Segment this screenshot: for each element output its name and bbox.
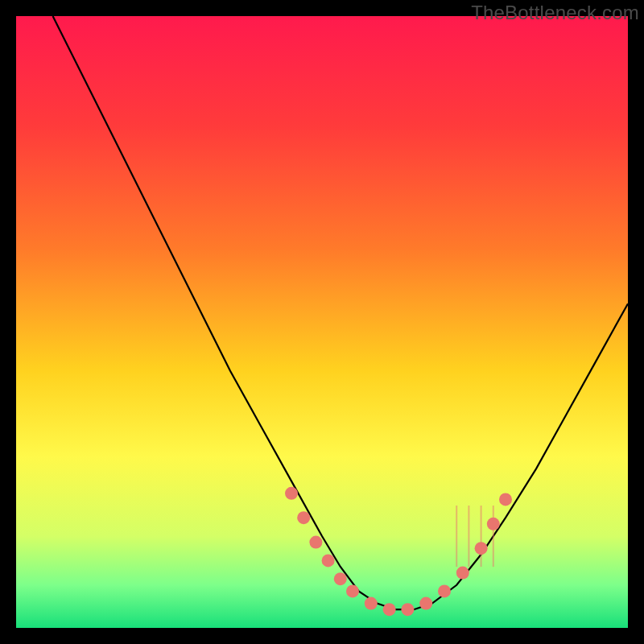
chart-frame — [16, 16, 628, 628]
highlight-dot — [285, 487, 298, 500]
highlight-dot — [346, 584, 359, 597]
highlight-dot — [297, 511, 310, 524]
highlight-dot — [334, 572, 347, 585]
highlight-dot — [401, 603, 414, 616]
highlight-dot — [383, 603, 396, 616]
highlight-dot — [438, 584, 451, 597]
highlight-dot — [456, 567, 469, 580]
watermark-label: TheBottleneck.com — [471, 2, 639, 24]
highlight-dot — [419, 597, 432, 610]
highlight-dot — [309, 536, 322, 549]
bottleneck-curve — [16, 16, 628, 628]
highlight-dots — [285, 487, 512, 616]
highlight-dot — [499, 493, 512, 506]
highlight-dot — [365, 597, 378, 610]
highlight-dot — [322, 554, 335, 567]
plot-area — [16, 16, 628, 628]
curve-line — [53, 16, 628, 609]
